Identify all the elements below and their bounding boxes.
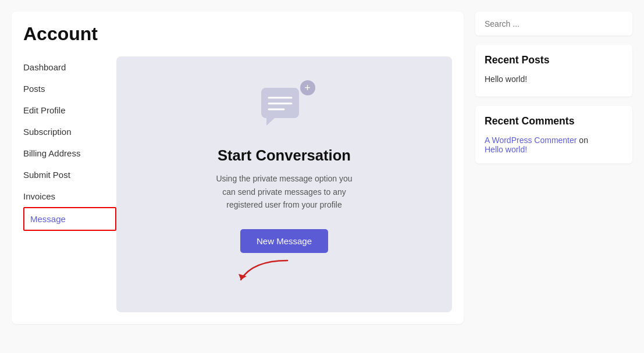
main-content: Account Dashboard Posts Edit Profile Sub… (12, 12, 464, 324)
arrow-icon (235, 258, 293, 284)
conversation-description: Using the private message option you can… (209, 172, 360, 211)
sidebar-item-message[interactable]: Message (23, 207, 116, 231)
recent-comment-text: A WordPress Commenter on Hello world! (485, 136, 623, 154)
recent-comments-title: Recent Comments (485, 115, 623, 127)
sidebar-item-edit-profile[interactable]: Edit Profile (23, 99, 116, 121)
message-icon-wrapper: + (258, 85, 311, 133)
search-box (475, 12, 632, 35)
recent-comments-widget: Recent Comments A WordPress Commenter on… (475, 106, 632, 163)
plus-badge: + (300, 80, 315, 95)
account-layout: Dashboard Posts Edit Profile Subscriptio… (23, 56, 452, 312)
on-text: on (579, 136, 588, 145)
svg-marker-4 (266, 118, 275, 126)
commenter-name: A WordPress Commenter (485, 136, 577, 145)
sidebar-item-billing-address[interactable]: Billing Address (23, 142, 116, 164)
content-panel: + Start Conversation Using the private m… (116, 56, 452, 312)
recent-posts-title: Recent Posts (485, 54, 623, 66)
new-message-button[interactable]: New Message (240, 229, 328, 253)
conversation-title: Start Conversation (218, 147, 351, 164)
page-title: Account (23, 23, 452, 45)
sidebar-item-submit-post[interactable]: Submit Post (23, 164, 116, 186)
search-input[interactable] (485, 19, 623, 28)
sidebar-item-posts[interactable]: Posts (23, 78, 116, 99)
sidebar-item-dashboard[interactable]: Dashboard (23, 56, 116, 78)
comment-post-link[interactable]: Hello world! (485, 145, 527, 154)
account-sidebar: Dashboard Posts Edit Profile Subscriptio… (23, 56, 116, 312)
sidebar-item-invoices[interactable]: Invoices (23, 186, 116, 207)
recent-post-item[interactable]: Hello world! (485, 74, 623, 84)
sidebar-item-subscription[interactable]: Subscription (23, 121, 116, 142)
arrow-container: New Message (128, 229, 440, 284)
recent-posts-widget: Recent Posts Hello world! (475, 45, 632, 97)
right-sidebar: Recent Posts Hello world! Recent Comment… (475, 12, 632, 324)
